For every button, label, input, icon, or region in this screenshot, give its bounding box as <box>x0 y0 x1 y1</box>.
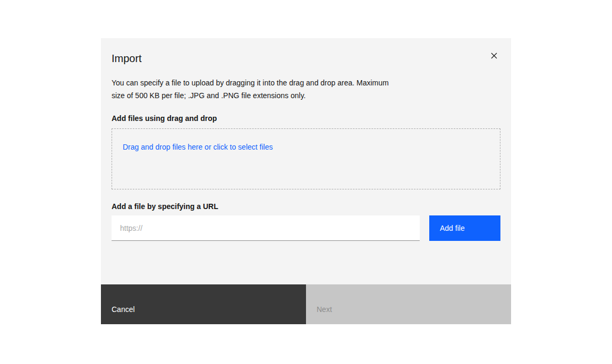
modal-body: Import You can specify a file to upload … <box>101 51 511 241</box>
modal-title: Import <box>112 51 500 66</box>
next-button[interactable]: Next <box>306 284 511 324</box>
url-label: Add a file by specifying a URL <box>112 202 500 211</box>
modal-footer: Cancel Next <box>101 284 511 324</box>
url-row: Add file <box>112 215 500 241</box>
cancel-button[interactable]: Cancel <box>101 284 306 324</box>
modal-description: You can specify a file to upload by drag… <box>112 76 401 102</box>
drop-zone-text: Drag and drop files here or click to sel… <box>123 143 273 151</box>
add-file-button[interactable]: Add file <box>429 215 500 241</box>
import-modal: Import You can specify a file to upload … <box>101 38 511 324</box>
file-drop-zone[interactable]: Drag and drop files here or click to sel… <box>112 128 500 189</box>
drag-drop-label: Add files using drag and drop <box>112 114 500 123</box>
url-input[interactable] <box>112 215 420 241</box>
